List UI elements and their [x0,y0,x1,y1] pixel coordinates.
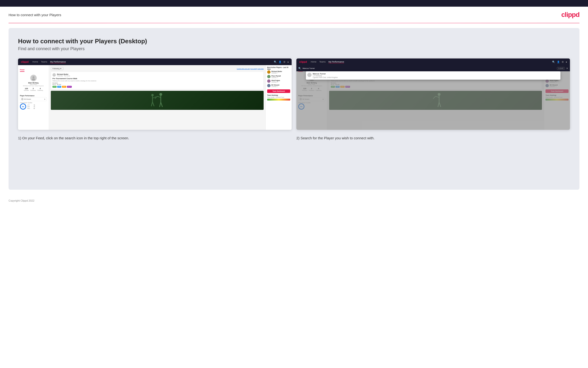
search-icon-2[interactable]: 🔍 [552,61,555,63]
steps-container: 1) On your Feed, click on the search ico… [18,136,570,141]
golfer-image [51,91,263,110]
activity-desc: Walking the course with my coach to buil… [53,80,262,82]
activity-duration: 02 hr : 00 min [53,84,262,85]
step-2-text: 2) Search for the Player you wish to con… [296,136,570,141]
profile-avatar [30,75,37,81]
search-bar-overlay: 🔍 Marcus Turner CLEAR ✕ [296,65,570,71]
search-result-club: Cypress Point Club, United Kingdom [313,77,338,78]
player-avatar-2 [267,75,271,78]
chevron-down-icon: ▼ [44,98,46,100]
profile-name: Blair McHarg [28,82,38,84]
avatar-icon[interactable]: ● [287,61,289,63]
tag-app: APP [57,86,61,88]
following-label: Following [53,68,60,69]
svg-line-12 [152,102,154,106]
activity-tags: OTT APP ARG PUTT [53,86,262,88]
svg-line-4 [157,96,161,97]
app-nav-icons-2: 🔍 👤 ⚙ ● [552,61,567,63]
app-nav-1: clippd Home Teams My Performance 🔍 👤 ⚙ ● [18,58,292,65]
app-nav-items-2: Home Teams My Performance [311,61,344,63]
main-content: How to connect with your Players (Deskto… [9,28,579,190]
settings-icon[interactable]: ⚙ [283,61,285,63]
tag-ott: OTT [53,86,57,88]
search-icon[interactable]: 🔍 [274,61,277,63]
player-avatar-4 [267,84,271,87]
activity-avatar [53,73,56,77]
tag-putt: PUTT [67,86,72,88]
app-logo-2: clippd [299,60,307,63]
activity-user-sub: Yesterday · The Grove [57,75,70,77]
panels-container: clippd Home Teams My Performance 🔍 👤 ⚙ ● [18,58,570,130]
player-select-avatar [21,98,24,100]
following-button[interactable]: Following ▼ [51,67,63,70]
svg-line-7 [161,102,162,107]
app-right-1: Most Active Players - Last 30 days Richa… [265,65,292,130]
activity-title: Pre Tournament Course Walk [53,77,262,80]
avatar-icon-2[interactable]: ● [566,61,567,63]
svg-line-5 [155,96,157,99]
clear-button[interactable]: CLEAR [557,67,565,70]
following-bar: Following ▼ Control who can see your act… [51,67,263,70]
stats-row: 129 Activities 3 Followers 4 Following [24,87,43,91]
svg-point-0 [33,76,35,78]
user-icon-2[interactable]: 👤 [557,61,560,63]
list-item: Eli VincentActivities: 1 [267,84,290,87]
page-title: How to connect with your Players [9,13,61,17]
app-nav-items: Home Teams My Performance [32,61,66,63]
team-heatmap-title: Team Heatmap [267,94,290,96]
search-result-dropdown: Marcus Turner 1-5 Handicap Cypress Point… [306,71,561,80]
team-dashboard-button[interactable]: Team Dashboard [267,89,290,93]
clippd-logo: clippd [562,11,579,18]
feed-tab[interactable]: Feed [20,69,25,72]
close-button[interactable]: ✕ [566,67,568,70]
panel-1: clippd Home Teams My Performance 🔍 👤 ⚙ ● [18,58,292,130]
search-result-avatar [307,73,312,77]
player-avatar-1 [267,70,271,74]
activity-user: Richard Butler [57,74,70,75]
app-mockup-1: clippd Home Teams My Performance 🔍 👤 ⚙ ● [18,58,292,130]
svg-point-2 [159,93,162,96]
nav-home-2[interactable]: Home [311,61,316,63]
activity-card: Richard Butler Yesterday · The Grove Pre… [51,72,263,89]
step-2: 2) Search for the Player you wish to con… [296,136,570,141]
search-icon-overlay: 🔍 [298,67,301,70]
player-select-name: Eli Vincent [24,98,43,100]
svg-point-1 [32,78,35,80]
svg-line-11 [151,102,152,106]
quality-score: 84 [20,103,26,110]
footer-text: Copyright Clippd 2022 [9,199,35,202]
app-nav-icons: 🔍 👤 ⚙ ● [274,61,289,63]
nav-my-performance[interactable]: My Performance [50,61,66,63]
app-center-1: Following ▼ Control who can see your act… [49,65,265,130]
search-result-item[interactable]: Marcus Turner 1-5 Handicap Cypress Point… [307,73,559,78]
player-select[interactable]: Eli Vincent ▼ [20,97,47,101]
settings-icon-2[interactable]: ⚙ [562,61,564,63]
tag-arg: ARG [62,86,66,88]
player-performance-title-left: Player Performance [20,95,47,97]
followers-count: 3 [30,87,36,90]
nav-home[interactable]: Home [32,61,38,63]
app-nav-2: clippd Home Teams My Performance 🔍 👤 ⚙ ● [296,58,570,65]
control-link[interactable]: Control who can see your activity and da… [237,68,263,69]
step-1-text: 1) On your Feed, click on the search ico… [18,136,292,141]
section-title: How to connect with your Players (Deskto… [18,37,570,45]
list-item: Hiral FujaraActivities: 3 [267,79,290,83]
user-icon[interactable]: 👤 [279,61,281,63]
following-count: 4 [37,87,43,90]
heatmap-sub: Player Quality · 20 Round Trend [267,97,290,98]
footer: Copyright Clippd 2022 [0,194,588,206]
search-input[interactable]: Marcus Turner [303,67,555,69]
app-logo-1: clippd [21,60,28,63]
top-bar [0,0,588,7]
panel-2: clippd Home Teams My Performance 🔍 👤 ⚙ ● [296,58,570,130]
player-avatar-3 [267,79,271,83]
score-row: 84 OTT 79 APP 70 [20,103,47,110]
svg-line-6 [160,102,161,107]
search-overlay: 🔍 Marcus Turner CLEAR ✕ Marcus Turner 1-… [296,65,570,130]
chevron-down-icon-following: ▼ [60,68,62,69]
nav-teams[interactable]: Teams [41,61,47,63]
activities-count: 129 [24,87,29,90]
nav-my-performance-2[interactable]: My Performance [328,61,344,63]
app-body-1: Feed Blair McHarg Golf Coach Mill Ride G… [18,65,292,130]
nav-teams-2[interactable]: Teams [319,61,325,63]
